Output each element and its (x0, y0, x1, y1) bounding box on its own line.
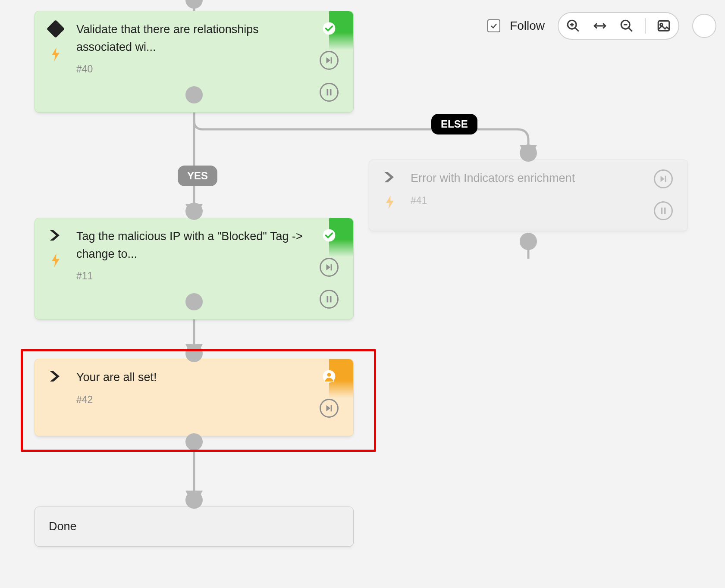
automation-icon (385, 195, 395, 209)
svg-rect-6 (331, 57, 332, 64)
joint (185, 86, 203, 103)
task-id: #11 (76, 270, 305, 282)
zoom-out-button[interactable] (618, 17, 635, 34)
task-title: Your are all set! (76, 369, 305, 386)
task-title: Tag the malicious IP with a "Blocked" Ta… (76, 228, 305, 263)
task-id: #41 (411, 195, 639, 206)
playbook-canvas[interactable]: YES ELSE Validate that there are relatio… (0, 0, 725, 588)
svg-rect-16 (665, 176, 666, 182)
automation-icon (51, 253, 60, 267)
zoom-toolbar (558, 12, 679, 40)
svg-rect-11 (327, 296, 329, 303)
skip-button[interactable] (320, 399, 339, 418)
condition-icon (47, 20, 65, 38)
svg-rect-15 (331, 405, 332, 412)
fit-width-button[interactable] (591, 17, 609, 34)
svg-rect-10 (331, 264, 332, 271)
follow-label: Follow (510, 19, 545, 33)
automation-icon (51, 47, 60, 61)
joint (520, 144, 537, 162)
joint (185, 0, 203, 9)
pause-button[interactable] (320, 290, 339, 309)
skip-button[interactable] (320, 258, 339, 277)
image-export-button[interactable] (655, 17, 672, 34)
svg-line-25 (628, 28, 632, 31)
task-icon (383, 171, 396, 183)
svg-rect-8 (330, 89, 332, 96)
joint (185, 203, 203, 220)
joint (185, 293, 203, 310)
joint (520, 233, 537, 250)
svg-point-14 (327, 372, 331, 377)
done-label: Done (49, 520, 77, 533)
task-title: Error with Indicators enrichment (411, 169, 639, 187)
svg-rect-17 (661, 208, 663, 214)
svg-rect-7 (327, 89, 329, 96)
branch-label-else: ELSE (431, 114, 477, 134)
status-user-icon (320, 367, 339, 386)
svg-rect-18 (664, 208, 666, 214)
canvas-toolbar: Follow (487, 12, 716, 40)
svg-line-20 (575, 28, 579, 31)
task-id: #40 (76, 63, 305, 75)
joint (185, 491, 203, 509)
task-icon (49, 370, 62, 382)
extra-tool-button[interactable] (692, 14, 716, 38)
zoom-in-button[interactable] (565, 17, 582, 34)
pause-button[interactable] (320, 83, 339, 102)
joint (185, 345, 203, 362)
task-title: Validate that there are relationships as… (76, 21, 305, 56)
joint (185, 433, 203, 450)
toolbar-separator (645, 18, 646, 34)
status-check-icon (320, 19, 339, 38)
branch-label-yes: YES (178, 166, 217, 186)
done-card[interactable]: Done (35, 507, 354, 547)
task-card-42[interactable]: Your are all set! #42 (35, 359, 354, 436)
svg-rect-12 (330, 296, 332, 303)
task-icon (49, 229, 62, 241)
skip-button[interactable] (320, 51, 339, 70)
task-id: #42 (76, 394, 305, 406)
follow-checkbox[interactable] (487, 19, 500, 32)
pause-button[interactable] (654, 201, 673, 220)
skip-button[interactable] (654, 169, 673, 188)
status-check-icon (320, 226, 339, 245)
task-card-41[interactable]: Error with Indicators enrichment #41 (369, 160, 688, 231)
